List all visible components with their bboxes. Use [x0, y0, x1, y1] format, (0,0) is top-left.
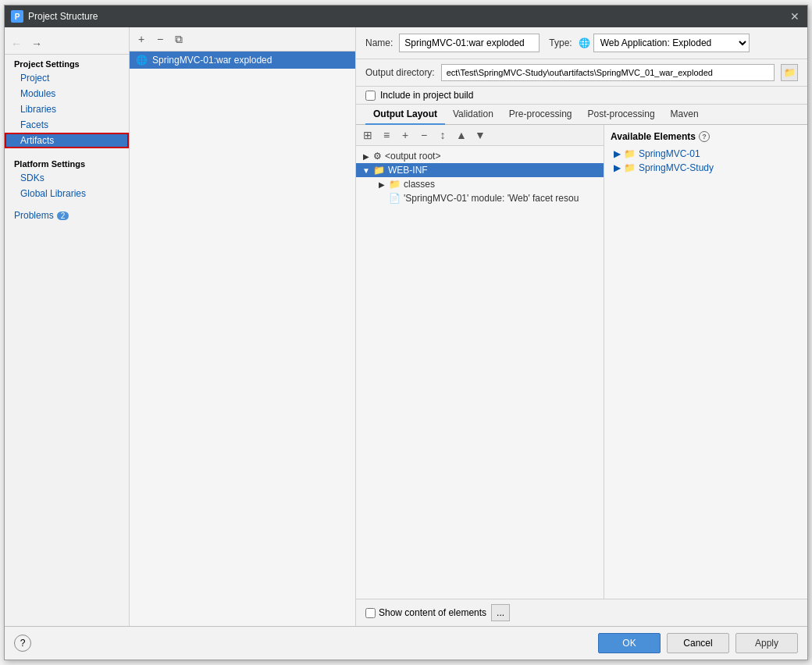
remove-artifact-button[interactable]: − — [151, 30, 169, 48]
tab-validation[interactable]: Validation — [445, 105, 501, 125]
artifact-icon: 🌐 — [136, 55, 148, 66]
app-icon: P — [11, 10, 23, 23]
available-arrow-springmvc01: ▶ — [614, 148, 621, 159]
problems-badge: 2 — [57, 212, 69, 220]
include-label[interactable]: Include in project build — [380, 90, 473, 101]
tree-item-output-root[interactable]: ▶ ⚙ <output root> — [356, 149, 604, 163]
output-dir-row: Output directory: 📁 — [356, 59, 807, 87]
type-select-wrapper: 🌐 Web Application: Exploded — [579, 34, 750, 52]
available-label-springmvc-study: SpringMVC-Study — [639, 162, 714, 173]
artifact-list: 🌐 SpringMVC-01:war exploded — [130, 52, 355, 626]
list-view-button[interactable]: ≡ — [378, 126, 395, 144]
sidebar-item-facets[interactable]: Facets — [5, 117, 129, 133]
available-tree: ▶ 📁 SpringMVC-01 ▶ 📁 SpringMVC-Study — [611, 147, 801, 592]
module-resource-icon: 📄 — [389, 193, 401, 204]
available-elements-panel: Available Elements ? ▶ 📁 SpringMVC-01 ▶ — [604, 125, 807, 599]
move-up-button[interactable]: ▲ — [453, 126, 470, 144]
type-label: Type: — [549, 37, 572, 48]
tree-label-classes: classes — [404, 179, 435, 190]
available-icon-springmvc01: 📁 — [624, 148, 636, 159]
name-input[interactable] — [399, 34, 540, 52]
remove-element-button[interactable]: − — [415, 126, 433, 144]
tree-item-classes[interactable]: ▶ 📁 classes — [356, 177, 604, 191]
output-root-icon: ⚙ — [373, 151, 382, 162]
available-item-springmvc01[interactable]: ▶ 📁 SpringMVC-01 — [611, 147, 801, 161]
output-layout: ⊞ ≡ + − ↕ ▲ ▼ ▶ ⚙ — [356, 125, 807, 599]
layout-tree: ▶ ⚙ <output root> ▼ 📁 WEB-INF — [356, 146, 604, 599]
name-label: Name: — [365, 37, 393, 48]
sidebar-item-project[interactable]: Project — [5, 70, 129, 86]
tree-arrow-classes: ▶ — [378, 180, 386, 189]
artifact-item-label: SpringMVC-01:war exploded — [152, 55, 272, 66]
title-bar-left: P Project Structure — [11, 10, 98, 23]
panel-split: + − ⧉ 🌐 SpringMVC-01:war exploded Name: — [130, 27, 807, 626]
sidebar-item-modules[interactable]: Modules — [5, 86, 129, 101]
sidebar-item-problems[interactable]: Problems 2 — [5, 208, 129, 223]
close-button[interactable]: ✕ — [789, 10, 801, 23]
show-content-row: Show content of elements — [365, 607, 486, 618]
nav-bar: ← → — [5, 34, 129, 55]
available-label-springmvc01: SpringMVC-01 — [639, 148, 700, 159]
forward-button[interactable]: → — [28, 35, 45, 52]
artifact-list-section: + − ⧉ 🌐 SpringMVC-01:war exploded — [130, 27, 356, 626]
project-settings-header: Project Settings — [5, 55, 129, 70]
available-help-icon[interactable]: ? — [699, 131, 710, 142]
tree-item-webinf[interactable]: ▼ 📁 WEB-INF — [356, 163, 604, 177]
ellipsis-button[interactable]: ... — [491, 604, 510, 621]
detail-header: Name: Type: 🌐 Web Application: Exploded — [356, 27, 807, 59]
type-select[interactable]: Web Application: Exploded — [593, 34, 750, 52]
dialog-footer: ? OK Cancel Apply — [5, 626, 807, 660]
tree-label-module-resource: 'SpringMVC-01' module: 'Web' facet resou — [404, 193, 579, 204]
ok-button[interactable]: OK — [598, 633, 661, 653]
sidebar-divider-2 — [5, 201, 129, 208]
name-field-row: Name: — [365, 34, 540, 52]
cancel-button[interactable]: Cancel — [667, 633, 729, 653]
tab-preprocessing[interactable]: Pre-processing — [501, 105, 580, 125]
include-checkbox[interactable] — [365, 91, 376, 101]
layout-tree-panel: ⊞ ≡ + − ↕ ▲ ▼ ▶ ⚙ — [356, 125, 604, 599]
available-arrow-springmvc-study: ▶ — [614, 162, 621, 173]
back-button[interactable]: ← — [8, 35, 25, 52]
dialog-title: Project Structure — [28, 11, 98, 22]
add-artifact-button[interactable]: + — [133, 30, 150, 48]
sort-button[interactable]: ↕ — [434, 126, 451, 144]
output-dir-input[interactable] — [441, 64, 775, 81]
available-item-springmvc-study[interactable]: ▶ 📁 SpringMVC-Study — [611, 161, 801, 175]
grid-view-button[interactable]: ⊞ — [359, 126, 376, 144]
platform-settings-header: Platform Settings — [5, 155, 129, 170]
detail-panel: Name: Type: 🌐 Web Application: Exploded — [356, 27, 807, 626]
tab-maven[interactable]: Maven — [663, 105, 707, 125]
show-content-checkbox[interactable] — [365, 608, 376, 618]
title-bar: P Project Structure ✕ — [5, 5, 807, 27]
include-row: Include in project build — [356, 87, 807, 105]
project-structure-dialog: P Project Structure ✕ ← → Project Settin… — [4, 5, 808, 660]
tree-label-webinf: WEB-INF — [388, 165, 428, 176]
classes-icon: 📁 — [389, 179, 401, 190]
tabs-bar: Output Layout Validation Pre-processing … — [356, 105, 807, 125]
show-content-label[interactable]: Show content of elements — [379, 607, 486, 618]
sidebar-item-sdks[interactable]: SDKs — [5, 170, 129, 186]
layout-toolbar: ⊞ ≡ + − ↕ ▲ ▼ — [356, 125, 604, 146]
artifact-toolbar: + − ⧉ — [130, 27, 355, 52]
tree-arrow-webinf: ▼ — [362, 166, 370, 175]
add-element-button[interactable]: + — [397, 126, 414, 144]
sidebar-item-artifacts[interactable]: Artifacts — [5, 133, 129, 148]
tree-item-module-resource[interactable]: ▶ 📄 'SpringMVC-01' module: 'Web' facet r… — [356, 191, 604, 205]
tree-label-output-root: <output root> — [385, 151, 440, 162]
move-down-button[interactable]: ▼ — [472, 126, 489, 144]
copy-artifact-button[interactable]: ⧉ — [170, 30, 187, 48]
sidebar-item-global-libraries[interactable]: Global Libraries — [5, 186, 129, 201]
type-icon: 🌐 — [579, 37, 590, 48]
available-elements-header: Available Elements ? — [611, 131, 801, 142]
apply-button[interactable]: Apply — [735, 633, 798, 653]
webinf-icon: 📁 — [373, 165, 385, 176]
tab-output-layout[interactable]: Output Layout — [365, 105, 445, 125]
artifact-item[interactable]: 🌐 SpringMVC-01:war exploded — [130, 52, 355, 69]
tab-postprocessing[interactable]: Post-processing — [580, 105, 663, 125]
sidebar-item-libraries[interactable]: Libraries — [5, 101, 129, 117]
available-icon-springmvc-study: 📁 — [624, 162, 636, 173]
help-button[interactable]: ? — [14, 635, 31, 652]
bottom-bar: Show content of elements ... — [356, 599, 807, 626]
tree-arrow-output-root: ▶ — [362, 152, 370, 161]
browse-dir-button[interactable]: 📁 — [781, 64, 798, 81]
